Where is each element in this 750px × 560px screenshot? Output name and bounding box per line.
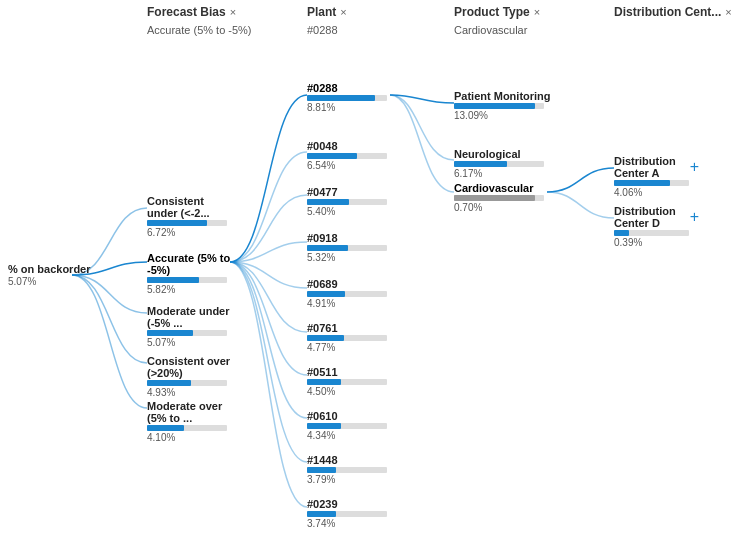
bar-container — [454, 103, 544, 109]
bar-fill — [307, 95, 375, 101]
bar-container — [147, 330, 227, 336]
distribution-close[interactable]: × — [725, 6, 731, 18]
chart-container: Forecast Bias × Accurate (5% to -5%) Pla… — [0, 0, 750, 560]
node-value: 3.79% — [307, 474, 397, 485]
node-item[interactable]: #09185.32% — [307, 232, 397, 263]
node-item[interactable]: #06104.34% — [307, 410, 397, 441]
node-label: #0288 — [307, 82, 397, 94]
forecast-bias-label: Forecast Bias — [147, 5, 226, 19]
node-item[interactable]: Accurate (5% to -5%)5.82% — [147, 252, 237, 295]
node-item[interactable]: #04775.40% — [307, 186, 397, 217]
bar-container — [454, 195, 544, 201]
node-value: 0.70% — [454, 202, 554, 213]
bar-fill — [307, 291, 345, 297]
forecast-bias-header: Forecast Bias × — [147, 5, 236, 19]
node-value: 13.09% — [454, 110, 554, 121]
node-label: Distribution Center A — [614, 155, 682, 179]
node-item[interactable]: #06894.91% — [307, 278, 397, 309]
root-node[interactable]: % on backorder 5.07% — [8, 263, 91, 287]
node-value: 4.34% — [307, 430, 397, 441]
product-type-close[interactable]: × — [534, 6, 540, 18]
bar-fill — [147, 277, 199, 283]
node-label: #0918 — [307, 232, 397, 244]
node-item[interactable]: Moderate under (-5% ...5.07% — [147, 305, 237, 348]
node-label: Neurological — [454, 148, 554, 160]
node-item[interactable]: #02888.81% — [307, 82, 397, 113]
node-item[interactable]: Neurological6.17% — [454, 148, 554, 179]
node-value: 6.54% — [307, 160, 397, 171]
bar-container — [307, 335, 387, 341]
node-value: 0.39% — [614, 237, 699, 248]
bar-container — [454, 161, 544, 167]
node-label: #0048 — [307, 140, 397, 152]
bar-fill — [454, 161, 507, 167]
bar-fill — [147, 220, 207, 226]
bar-container — [147, 380, 227, 386]
bar-container — [307, 153, 387, 159]
product-type-header: Product Type × — [454, 5, 540, 19]
node-value: 4.91% — [307, 298, 397, 309]
bar-fill — [147, 380, 191, 386]
node-item[interactable]: Patient Monitoring13.09% — [454, 90, 554, 121]
node-value: 4.93% — [147, 387, 237, 398]
node-value: 4.77% — [307, 342, 397, 353]
bar-container — [147, 425, 227, 431]
node-label: Distribution Center D — [614, 205, 682, 229]
node-value: 4.10% — [147, 432, 237, 443]
node-label: Accurate (5% to -5%) — [147, 252, 237, 276]
node-item[interactable]: Moderate over (5% to ...4.10% — [147, 400, 237, 443]
node-value: 3.74% — [307, 518, 397, 529]
bar-container — [307, 511, 387, 517]
bar-fill — [307, 153, 357, 159]
bar-fill — [307, 467, 336, 473]
bar-container — [147, 220, 227, 226]
node-item[interactable]: Consistent under (<-2...6.72% — [147, 195, 237, 238]
plant-close[interactable]: × — [340, 6, 346, 18]
plant-label: Plant — [307, 5, 336, 19]
node-label: #0761 — [307, 322, 397, 334]
node-item[interactable]: #07614.77% — [307, 322, 397, 353]
bar-container — [147, 277, 227, 283]
distribution-label: Distribution Cent... — [614, 5, 721, 19]
node-item[interactable]: Distribution Center D+0.39% — [614, 205, 699, 248]
node-item[interactable]: #02393.74% — [307, 498, 397, 529]
node-item[interactable]: Consistent over (>20%)4.93% — [147, 355, 237, 398]
node-item[interactable]: Distribution Center A+4.06% — [614, 155, 699, 198]
bar-fill — [614, 180, 670, 186]
bar-fill — [307, 335, 344, 341]
node-value: 8.81% — [307, 102, 397, 113]
node-item[interactable]: #00486.54% — [307, 140, 397, 171]
node-item[interactable]: Cardiovascular0.70% — [454, 182, 554, 213]
node-label: Patient Monitoring — [454, 90, 554, 102]
node-item[interactable]: #14483.79% — [307, 454, 397, 485]
bar-container — [307, 291, 387, 297]
node-label: #0511 — [307, 366, 397, 378]
bar-fill — [147, 425, 184, 431]
node-value: 4.50% — [307, 386, 397, 397]
node-label: #0689 — [307, 278, 397, 290]
root-label: % on backorder — [8, 263, 91, 275]
bar-fill — [307, 199, 349, 205]
node-value: 5.07% — [147, 337, 237, 348]
node-value: 4.06% — [614, 187, 699, 198]
node-value: 6.72% — [147, 227, 237, 238]
plant-header: Plant × — [307, 5, 347, 19]
expand-button[interactable]: + — [690, 159, 699, 175]
forecast-bias-subtext: Accurate (5% to -5%) — [147, 24, 252, 36]
forecast-bias-close[interactable]: × — [230, 6, 236, 18]
node-item[interactable]: #05114.50% — [307, 366, 397, 397]
root-value: 5.07% — [8, 276, 91, 287]
bar-container — [307, 245, 387, 251]
product-type-subtext: Cardiovascular — [454, 24, 527, 36]
expand-button[interactable]: + — [690, 209, 699, 225]
bar-container — [614, 230, 689, 236]
bar-container — [307, 467, 387, 473]
bar-container — [307, 199, 387, 205]
node-label: Moderate under (-5% ... — [147, 305, 237, 329]
node-label: Consistent over (>20%) — [147, 355, 237, 379]
bar-fill — [307, 245, 348, 251]
node-value: 6.17% — [454, 168, 554, 179]
bar-container — [307, 379, 387, 385]
bar-fill — [147, 330, 193, 336]
bar-fill — [454, 103, 535, 109]
